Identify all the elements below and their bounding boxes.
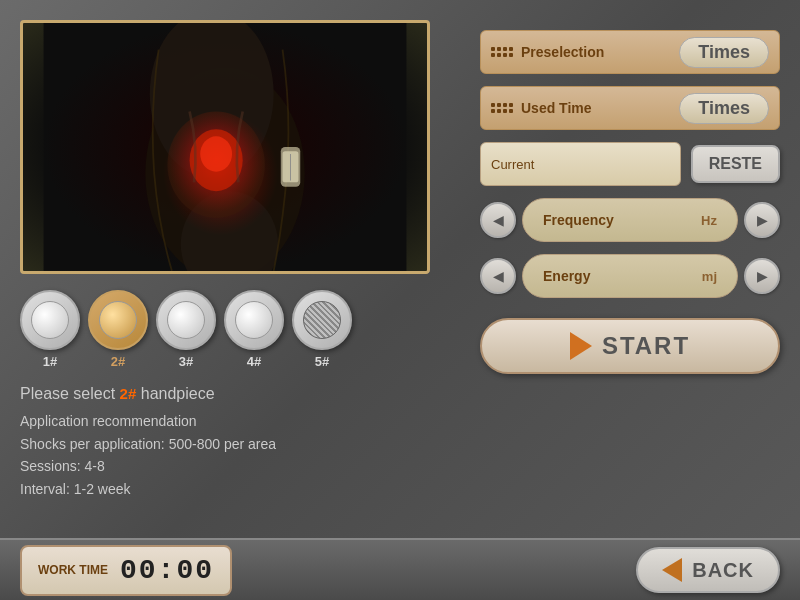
svg-point-7 — [200, 136, 232, 171]
handpiece-4[interactable]: 4# — [224, 290, 284, 369]
back-button-label: BACK — [692, 559, 754, 582]
handpiece-3-inner — [167, 301, 205, 339]
preselection-row: Preselection Times — [480, 30, 780, 74]
current-row: Current RESTE — [480, 142, 780, 186]
handpiece-row: 1# 2# 3# 4# — [20, 290, 460, 369]
start-button-label: START — [602, 332, 690, 360]
left-panel: 1# 2# 3# 4# — [20, 20, 460, 500]
frequency-increase-button[interactable]: ▶ — [744, 202, 780, 238]
main-background: 1# 2# 3# 4# — [0, 0, 800, 600]
frequency-label: Frequency — [543, 212, 614, 228]
interval-label: Interval: 1-2 week — [20, 478, 460, 500]
info-text-area: Please select 2# handpiece Application r… — [20, 381, 460, 500]
handpiece-4-inner — [235, 301, 273, 339]
used-time-left: Used Time — [491, 100, 592, 116]
handpiece-4-circle[interactable] — [224, 290, 284, 350]
handpiece-2-inner — [99, 301, 137, 339]
recommendation-label: Application recommendation — [20, 410, 460, 432]
handpiece-3-label: 3# — [179, 354, 193, 369]
shocks-label: Shocks per application: 500-800 per area — [20, 433, 460, 455]
energy-increase-button[interactable]: ▶ — [744, 258, 780, 294]
handpiece-2-circle[interactable] — [88, 290, 148, 350]
handpiece-2-label: 2# — [111, 354, 125, 369]
grid-icon-preselection — [491, 47, 513, 57]
start-arrow-icon — [570, 332, 592, 360]
start-button[interactable]: START — [480, 318, 780, 374]
current-input[interactable]: Current — [480, 142, 681, 186]
handpiece-1[interactable]: 1# — [20, 290, 80, 369]
select-line: Please select 2# handpiece — [20, 381, 460, 407]
reste-button[interactable]: RESTE — [691, 145, 780, 183]
handpiece-1-label: 1# — [43, 354, 57, 369]
right-panel: Preselection Times Used Time Times C — [480, 20, 780, 500]
handpiece-5-circle[interactable] — [292, 290, 352, 350]
used-time-value: Times — [679, 93, 769, 124]
handpiece-5-label: 5# — [315, 354, 329, 369]
energy-decrease-button[interactable]: ◀ — [480, 258, 516, 294]
handpiece-3-circle[interactable] — [156, 290, 216, 350]
handpiece-2[interactable]: 2# — [88, 290, 148, 369]
work-time-display: 00:00 — [120, 555, 214, 586]
grid-icon-used-time — [491, 103, 513, 113]
energy-display: Energy mj — [522, 254, 738, 298]
frequency-decrease-button[interactable]: ◀ — [480, 202, 516, 238]
handpiece-5-inner — [303, 301, 341, 339]
preselection-left: Preselection — [491, 44, 604, 60]
used-time-row: Used Time Times — [480, 86, 780, 130]
work-time-label: WORK TIME — [38, 563, 108, 577]
preselection-value: Times — [679, 37, 769, 68]
work-time-box: WORK TIME 00:00 — [20, 545, 232, 596]
handpiece-1-circle[interactable] — [20, 290, 80, 350]
handpiece-3[interactable]: 3# — [156, 290, 216, 369]
frequency-unit: Hz — [701, 213, 717, 228]
frequency-row: ◀ Frequency Hz ▶ — [480, 198, 780, 242]
energy-label: Energy — [543, 268, 590, 284]
bottom-bar: WORK TIME 00:00 BACK — [0, 538, 800, 600]
knee-image-frame — [20, 20, 430, 274]
used-time-label: Used Time — [521, 100, 592, 116]
back-button[interactable]: BACK — [636, 547, 780, 593]
content-area: 1# 2# 3# 4# — [0, 0, 800, 520]
energy-unit: mj — [702, 269, 717, 284]
energy-row: ◀ Energy mj ▶ — [480, 254, 780, 298]
sessions-label: Sessions: 4-8 — [20, 455, 460, 477]
handpiece-1-inner — [31, 301, 69, 339]
handpiece-4-label: 4# — [247, 354, 261, 369]
handpiece-5[interactable]: 5# — [292, 290, 352, 369]
selected-handpiece-highlight: 2# — [120, 385, 137, 402]
current-label: Current — [491, 157, 534, 172]
preselection-label: Preselection — [521, 44, 604, 60]
frequency-display: Frequency Hz — [522, 198, 738, 242]
back-arrow-icon — [662, 558, 682, 582]
